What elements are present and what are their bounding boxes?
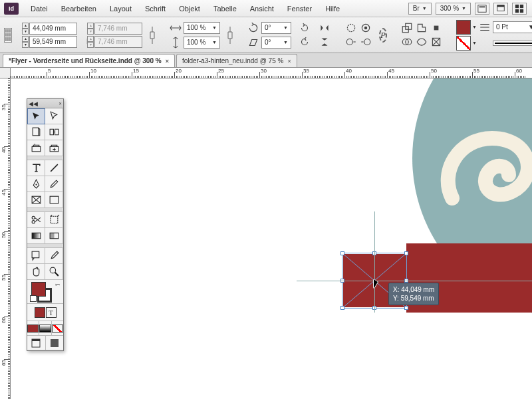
pen-tool[interactable] bbox=[27, 176, 45, 192]
bridge-dropdown[interactable]: Br▼ bbox=[408, 3, 432, 15]
default-fill-stroke-icon[interactable] bbox=[30, 295, 37, 302]
gap-tool[interactable] bbox=[45, 124, 63, 140]
stroke-weight-input[interactable]: 0 Pt▼ bbox=[493, 21, 532, 33]
path-op2-icon[interactable] bbox=[415, 21, 428, 35]
artwork-swirl[interactable] bbox=[439, 98, 532, 231]
menu-layout[interactable]: Layout bbox=[104, 3, 137, 15]
swap-fill-stroke-icon[interactable]: ⤺ bbox=[55, 281, 61, 288]
apply-none-icon[interactable] bbox=[52, 321, 63, 335]
svg-line-38 bbox=[55, 273, 58, 276]
view-mode-preview-icon[interactable] bbox=[46, 336, 64, 350]
stroke-style-dropdown[interactable] bbox=[493, 41, 532, 46]
fill-stroke-display[interactable]: ⤺ bbox=[27, 280, 63, 304]
select-prev-icon[interactable] bbox=[344, 35, 358, 49]
tools-panel[interactable]: ◀◀× bbox=[27, 98, 64, 351]
svg-rect-5 bbox=[520, 4, 523, 7]
arrange-docs-icon[interactable] bbox=[512, 3, 527, 15]
menu-datei[interactable]: Datei bbox=[25, 3, 53, 15]
flip-h-icon[interactable] bbox=[318, 21, 331, 35]
svg-rect-6 bbox=[515, 9, 519, 12]
gradient-feather-tool[interactable] bbox=[45, 228, 63, 244]
svg-rect-3 bbox=[497, 5, 505, 7]
apply-gradient-icon[interactable] bbox=[39, 321, 51, 335]
select-content-icon[interactable] bbox=[359, 21, 372, 35]
menu-objekt[interactable]: Objekt bbox=[174, 3, 205, 15]
flip-v-icon[interactable] bbox=[318, 35, 331, 49]
rectangle-frame-tool[interactable] bbox=[27, 192, 45, 208]
svg-point-12 bbox=[364, 39, 370, 45]
scale-x-input[interactable]: 100 %▼ bbox=[184, 22, 220, 34]
close-icon[interactable]: × bbox=[287, 58, 291, 65]
path-op1-icon[interactable] bbox=[400, 21, 414, 35]
fill-swatch[interactable] bbox=[456, 20, 471, 35]
content-placer-tool[interactable] bbox=[45, 140, 63, 156]
x-position-input[interactable]: ▴▾44,049 mm bbox=[29, 23, 77, 35]
scale-y-input[interactable]: 100 %▼ bbox=[184, 37, 220, 49]
screen-mode-icon[interactable] bbox=[493, 3, 508, 15]
menu-hilfe[interactable]: Hilfe bbox=[320, 3, 345, 15]
view-options-icon[interactable] bbox=[475, 3, 489, 15]
path-op6-icon[interactable] bbox=[430, 35, 443, 49]
select-next-icon[interactable] bbox=[359, 35, 372, 49]
eyedropper-tool[interactable] bbox=[45, 248, 63, 264]
type-tool[interactable] bbox=[27, 160, 45, 176]
path-op4-icon[interactable] bbox=[400, 35, 414, 49]
document-tab-flyer[interactable]: *Flyer - Vorderseite und Rückseite.indd … bbox=[3, 54, 175, 67]
scissors-tool[interactable] bbox=[27, 212, 45, 228]
document-canvas[interactable]: X: 44,049 mm Y: 59,549 mm ◀◀× bbox=[11, 78, 532, 399]
page-tool[interactable] bbox=[27, 124, 45, 140]
select-container-icon[interactable] bbox=[344, 21, 358, 35]
path-op5-icon[interactable] bbox=[415, 35, 428, 49]
rotate-cw-icon[interactable] bbox=[298, 35, 311, 49]
fill-color-swatch[interactable] bbox=[31, 282, 46, 297]
apply-color-icon[interactable] bbox=[35, 307, 45, 318]
constrain-scale-icon[interactable] bbox=[227, 23, 233, 47]
content-collector-tool[interactable] bbox=[27, 140, 45, 156]
direct-selection-tool[interactable] bbox=[45, 108, 63, 124]
reference-point-widget[interactable] bbox=[4, 28, 12, 43]
horizontal-guide[interactable] bbox=[297, 281, 532, 281]
rotation-input[interactable]: 0°▼ bbox=[261, 22, 291, 34]
horizontal-ruler[interactable]: 051015202530354045505560 bbox=[11, 68, 532, 78]
vertical-ruler[interactable]: 3540455055606570 bbox=[0, 78, 11, 399]
apply-to-text-icon[interactable]: T bbox=[46, 307, 57, 318]
menu-schrift[interactable]: Schrift bbox=[140, 3, 171, 15]
document-tab-folder[interactable]: folder-a3-hinten_neu.indd @ 75 %× bbox=[176, 54, 297, 67]
menu-ansicht[interactable]: Ansicht bbox=[245, 3, 279, 15]
svg-rect-41 bbox=[51, 339, 59, 347]
rectangle-tool[interactable] bbox=[45, 192, 63, 208]
note-tool[interactable] bbox=[27, 248, 45, 264]
text-on-path-icon[interactable]: P bbox=[379, 28, 387, 43]
path-op3-icon[interactable] bbox=[430, 21, 443, 35]
vertical-guide[interactable] bbox=[374, 211, 375, 313]
pencil-tool[interactable] bbox=[45, 176, 63, 192]
view-mode-normal-icon[interactable] bbox=[27, 336, 46, 350]
zoom-tool[interactable] bbox=[45, 264, 63, 280]
shear-input[interactable]: 0°▼ bbox=[261, 37, 291, 49]
hand-tool[interactable] bbox=[27, 264, 45, 280]
tools-panel-header[interactable]: ◀◀× bbox=[27, 99, 63, 108]
selection-tool[interactable] bbox=[27, 108, 45, 124]
height-input[interactable]: ▴▾7,746 mm bbox=[94, 36, 142, 48]
y-position-input[interactable]: ▴▾59,549 mm bbox=[29, 36, 77, 48]
width-input[interactable]: ▴▾7,746 mm bbox=[94, 23, 142, 35]
stroke-swatch[interactable] bbox=[456, 36, 471, 51]
constrain-wh-icon[interactable] bbox=[149, 23, 156, 47]
menu-bearbeiten[interactable]: Bearbeiten bbox=[56, 3, 102, 15]
menu-fenster[interactable]: Fenster bbox=[282, 3, 317, 15]
close-icon[interactable]: × bbox=[59, 100, 62, 106]
svg-rect-35 bbox=[50, 233, 54, 239]
free-transform-tool[interactable] bbox=[45, 212, 63, 228]
control-panel: X:▴▾44,049 mm Y:▴▾59,549 mm B:▴▾7,746 mm… bbox=[0, 17, 532, 53]
close-icon[interactable]: × bbox=[166, 58, 169, 65]
svg-rect-21 bbox=[33, 128, 39, 136]
menu-tabelle[interactable]: Tabelle bbox=[208, 3, 242, 15]
gradient-swatch-tool[interactable] bbox=[27, 228, 45, 244]
svg-point-11 bbox=[346, 39, 352, 45]
zoom-dropdown[interactable]: 300 %▼ bbox=[436, 3, 471, 15]
apply-solid-icon[interactable] bbox=[27, 321, 39, 335]
ruler-origin-corner[interactable] bbox=[0, 68, 11, 78]
line-tool[interactable] bbox=[45, 160, 63, 176]
svg-rect-22 bbox=[32, 146, 41, 151]
rotate-ccw-icon[interactable] bbox=[298, 21, 311, 35]
